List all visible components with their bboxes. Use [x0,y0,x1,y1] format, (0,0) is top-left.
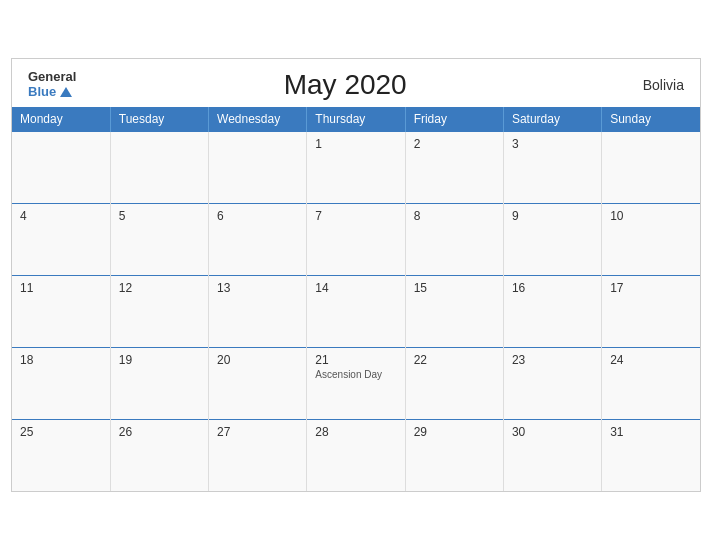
logo-blue-text: Blue [28,85,76,99]
calendar-cell [110,131,208,203]
calendar-cell: 2 [405,131,503,203]
header-wednesday: Wednesday [209,107,307,132]
header-sunday: Sunday [602,107,700,132]
day-number: 6 [217,209,298,223]
calendar-cell: 30 [503,419,601,491]
day-number: 3 [512,137,593,151]
calendar-cell: 4 [12,203,110,275]
day-number: 27 [217,425,298,439]
calendar-cell: 5 [110,203,208,275]
header-tuesday: Tuesday [110,107,208,132]
calendar-cell: 24 [602,347,700,419]
calendar-cell: 28 [307,419,405,491]
calendar-week-row: 45678910 [12,203,700,275]
day-number: 10 [610,209,692,223]
day-number: 21 [315,353,396,367]
logo-general-text: General [28,70,76,84]
calendar-title: May 2020 [76,69,614,101]
calendar-cell: 15 [405,275,503,347]
calendar-cell: 17 [602,275,700,347]
calendar-header: General Blue May 2020 Bolivia [12,59,700,107]
calendar-cell: 16 [503,275,601,347]
calendar-cell [12,131,110,203]
day-number: 18 [20,353,102,367]
day-number: 17 [610,281,692,295]
day-number: 12 [119,281,200,295]
weekday-header-row: Monday Tuesday Wednesday Thursday Friday… [12,107,700,132]
calendar-cell: 25 [12,419,110,491]
day-number: 11 [20,281,102,295]
calendar-grid: Monday Tuesday Wednesday Thursday Friday… [12,107,700,492]
calendar-cell [602,131,700,203]
calendar-cell: 20 [209,347,307,419]
day-number: 13 [217,281,298,295]
calendar-cell: 26 [110,419,208,491]
calendar-cell: 27 [209,419,307,491]
logo-triangle-icon [60,87,72,97]
calendar-week-row: 25262728293031 [12,419,700,491]
calendar-container: General Blue May 2020 Bolivia Monday Tue… [11,58,701,493]
calendar-cell: 31 [602,419,700,491]
day-number: 25 [20,425,102,439]
header-monday: Monday [12,107,110,132]
day-number: 9 [512,209,593,223]
day-number: 8 [414,209,495,223]
calendar-cell: 14 [307,275,405,347]
day-number: 2 [414,137,495,151]
calendar-cell: 3 [503,131,601,203]
calendar-cell: 29 [405,419,503,491]
calendar-cell: 8 [405,203,503,275]
calendar-cell: 22 [405,347,503,419]
day-number: 26 [119,425,200,439]
day-number: 23 [512,353,593,367]
day-number: 19 [119,353,200,367]
day-number: 4 [20,209,102,223]
day-number: 7 [315,209,396,223]
day-number: 20 [217,353,298,367]
calendar-cell: 10 [602,203,700,275]
calendar-week-row: 123 [12,131,700,203]
calendar-week-row: 18192021Ascension Day222324 [12,347,700,419]
header-thursday: Thursday [307,107,405,132]
day-number: 15 [414,281,495,295]
calendar-cell: 19 [110,347,208,419]
logo: General Blue [28,70,76,99]
calendar-cell: 6 [209,203,307,275]
calendar-cell: 1 [307,131,405,203]
day-number: 1 [315,137,396,151]
header-friday: Friday [405,107,503,132]
day-event: Ascension Day [315,369,396,380]
country-label: Bolivia [614,77,684,93]
calendar-cell: 7 [307,203,405,275]
calendar-cell: 9 [503,203,601,275]
day-number: 29 [414,425,495,439]
calendar-week-row: 11121314151617 [12,275,700,347]
day-number: 28 [315,425,396,439]
calendar-cell: 21Ascension Day [307,347,405,419]
calendar-cell: 12 [110,275,208,347]
day-number: 16 [512,281,593,295]
header-saturday: Saturday [503,107,601,132]
day-number: 31 [610,425,692,439]
calendar-cell: 13 [209,275,307,347]
day-number: 14 [315,281,396,295]
calendar-cell [209,131,307,203]
day-number: 5 [119,209,200,223]
day-number: 24 [610,353,692,367]
calendar-cell: 11 [12,275,110,347]
day-number: 30 [512,425,593,439]
day-number: 22 [414,353,495,367]
calendar-cell: 18 [12,347,110,419]
calendar-cell: 23 [503,347,601,419]
